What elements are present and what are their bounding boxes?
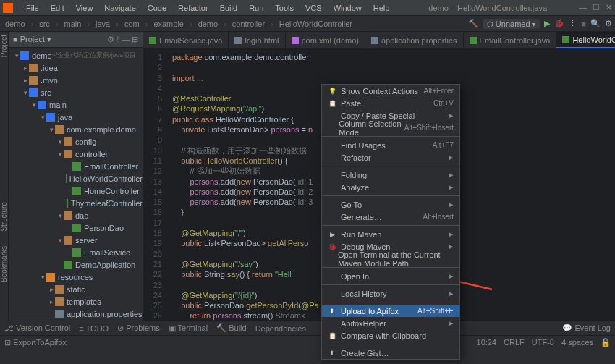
menu-edit[interactable]: Edit — [46, 2, 69, 14]
editor-tab[interactable]: HelloWorldController.java — [556, 32, 615, 48]
context-menu-item[interactable]: Local History▸ — [322, 287, 459, 300]
editor-tab[interactable]: EmailService.java — [143, 32, 229, 48]
run-icon[interactable]: ▶ — [544, 19, 550, 28]
context-menu-item[interactable]: 📋PasteCtrl+V — [322, 97, 459, 109]
menu-vcs[interactable]: VCS — [301, 2, 326, 14]
context-menu-item[interactable]: ApifoxHelper▸ — [322, 317, 459, 329]
search-icon[interactable]: 🔍 — [590, 19, 601, 28]
debug-icon[interactable]: 🐞 — [554, 19, 564, 28]
minimize-icon[interactable]: — — [579, 3, 587, 12]
problems-tool-button[interactable]: ⊘ Problems — [117, 323, 160, 333]
breadcrumb-segment[interactable]: src — [37, 19, 52, 29]
tree-node[interactable]: ▾server — [9, 234, 143, 246]
bookmarks-tool-button[interactable]: Bookmarks — [0, 246, 8, 282]
file-encoding[interactable]: UTF-8 — [532, 338, 554, 347]
menu-code[interactable]: Code — [143, 2, 171, 14]
tree-node[interactable]: EmailController — [9, 160, 143, 172]
tree-node[interactable]: ▾main — [9, 98, 143, 111]
stop-icon[interactable]: ■ — [581, 20, 586, 28]
tree-node[interactable]: ▸.idea — [9, 62, 143, 74]
run-configuration[interactable]: ⬡ Unnamed ▾ — [483, 19, 540, 29]
tree-node[interactable]: ▸templates — [9, 295, 143, 308]
project-tool-button[interactable]: Project — [0, 35, 8, 57]
breadcrumb-segment[interactable]: HelloWorldController — [277, 19, 355, 29]
editor-tab[interactable]: EmailController.java — [464, 32, 557, 48]
breadcrumb-segment[interactable]: java — [93, 19, 112, 29]
context-menu-item[interactable]: ⬆Create Gist… — [322, 347, 459, 359]
dependencies-tool-button[interactable]: Dependencies — [255, 324, 306, 333]
editor-tab[interactable]: pom.xml (demo) — [286, 32, 365, 48]
context-menu-item[interactable]: Folding▸ — [322, 169, 459, 181]
breadcrumb-segment[interactable]: controller — [230, 19, 267, 29]
breadcrumb-segment[interactable]: main — [62, 19, 84, 29]
tree-node[interactable]: ▾demo ~/企业代码定位案例/java项目 — [9, 49, 143, 62]
tree-node[interactable]: ▾src — [9, 86, 143, 98]
tree-label: PersonDao — [84, 224, 124, 232]
context-menu-item[interactable]: Go To▸ — [322, 198, 459, 211]
build-tool-button[interactable]: 🔨 Build — [216, 323, 247, 333]
breadcrumb-segment[interactable]: demo — [3, 19, 27, 29]
tree-node[interactable]: ▾java — [9, 111, 143, 123]
tree-node[interactable]: ▸static — [9, 283, 143, 295]
indent-info[interactable]: 4 spaces — [561, 338, 593, 347]
tree-node[interactable]: HomeController — [9, 185, 143, 197]
tree-label: HelloWorldController — [69, 174, 143, 183]
tree-node[interactable]: ▾com.example.demo — [9, 123, 143, 135]
context-menu-item[interactable]: 💡Show Context ActionsAlt+Enter — [322, 85, 459, 97]
line-separator[interactable]: CRLF — [504, 338, 525, 347]
tree-node[interactable]: DemoApplication — [9, 258, 143, 271]
context-menu-item[interactable]: Open In▸ — [322, 270, 459, 282]
tree-node[interactable]: ▾config — [9, 135, 143, 148]
close-icon[interactable]: ✕ — [606, 3, 612, 12]
breadcrumb-segment[interactable]: demo — [196, 19, 221, 29]
context-menu-item[interactable]: Generate…Alt+Insert — [322, 211, 459, 223]
menu-build[interactable]: Build — [216, 2, 242, 14]
context-menu-item[interactable]: 📋Compare with Clipboard — [322, 329, 459, 342]
breadcrumb-segment[interactable]: example — [151, 19, 186, 29]
editor-tab[interactable]: login.html — [229, 32, 285, 48]
tree-node[interactable]: EmailService — [9, 246, 143, 258]
menu-run[interactable]: Run — [245, 2, 268, 14]
more-run-icon[interactable]: ⋮ — [569, 19, 577, 28]
menu-item-label: Find Usages — [341, 141, 386, 150]
menu-view[interactable]: View — [72, 2, 98, 14]
menu-refactor[interactable]: Refactor — [174, 2, 213, 14]
structure-tool-button[interactable]: Structure — [0, 202, 8, 232]
build-icon[interactable]: 🔨 — [468, 19, 478, 28]
breadcrumb-segment[interactable]: com — [122, 19, 142, 29]
terminal-tool-button[interactable]: ▣ Terminal — [169, 323, 208, 333]
tree-node[interactable]: PersonDao — [9, 221, 143, 234]
menu-window[interactable]: Window — [329, 2, 366, 14]
context-menu-item[interactable]: Column Selection ModeAlt+Shift+Insert — [322, 122, 459, 134]
tree-node[interactable]: ▾dao — [9, 209, 143, 221]
event-log-button[interactable]: 💬 Event Log — [562, 323, 611, 333]
breadcrumb[interactable]: demo›src›main›java›com›example›demo›cont… — [3, 19, 355, 29]
menu-item-label: Paste — [341, 99, 361, 108]
context-menu-item[interactable]: Open Terminal at the Current Maven Modul… — [322, 253, 459, 265]
context-menu-item[interactable]: ▶Run Maven▸ — [322, 228, 459, 240]
menu-navigate[interactable]: Navigate — [100, 2, 140, 14]
menu-file[interactable]: File — [22, 2, 43, 14]
context-menu-item[interactable]: Analyze▸ — [322, 181, 459, 193]
context-menu-item[interactable]: Find UsagesAlt+F7 — [322, 139, 459, 151]
tree-node[interactable]: ThymeleafController — [9, 197, 143, 209]
project-settings-icon[interactable]: ⚙ ⁝ — ⊟ — [107, 35, 138, 44]
tree-node[interactable]: application.properties — [9, 308, 143, 320]
tree-node[interactable]: ▾resources — [9, 271, 143, 283]
maximize-icon[interactable]: ☐ — [593, 3, 600, 12]
project-tree[interactable]: ▾demo ~/企业代码定位案例/java项目▸.idea▸.mvn▾src▾m… — [9, 48, 143, 321]
context-menu-item[interactable]: Refactor▸ — [322, 151, 459, 164]
cursor-position[interactable]: 10:24 — [477, 338, 497, 347]
tree-node[interactable]: ▸.mvn — [9, 74, 143, 86]
readonly-icon[interactable]: 🔓 — [601, 338, 611, 347]
tree-node[interactable]: ▾controller — [9, 148, 143, 160]
tree-node[interactable]: banner.txt — [9, 320, 143, 321]
context-menu-item[interactable]: ⬆Upload to ApifoxAlt+Shift+E — [322, 305, 459, 317]
menu-help[interactable]: Help — [369, 2, 394, 14]
editor-tab[interactable]: application.properties — [365, 32, 464, 48]
todo-tool-button[interactable]: ≡ TODO — [79, 324, 109, 333]
settings-icon[interactable]: ⚙ — [605, 19, 612, 28]
menu-tools[interactable]: Tools — [271, 2, 298, 14]
tree-node[interactable]: HelloWorldController — [9, 172, 143, 185]
vcs-tool-button[interactable]: ⎇ Version Control — [4, 323, 70, 333]
